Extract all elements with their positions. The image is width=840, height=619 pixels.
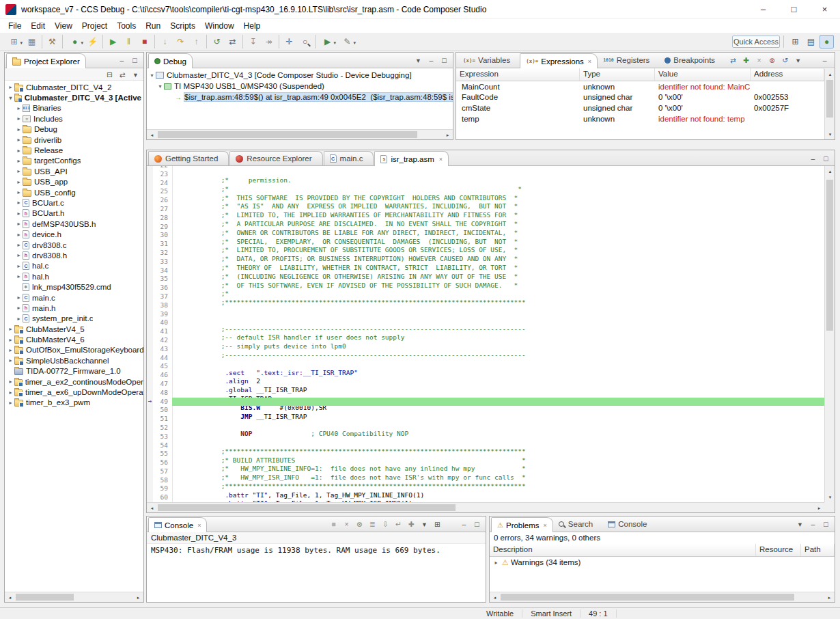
maximize-view-icon[interactable]: □ <box>832 55 835 66</box>
line-number[interactable]: 59 <box>153 484 172 493</box>
maximize-view-icon[interactable]: □ <box>820 152 832 164</box>
refresh-button[interactable]: ⇄ <box>225 35 240 49</box>
twistie-icon[interactable]: ▸ <box>15 221 23 227</box>
display-console-icon[interactable]: ▾ <box>419 519 430 530</box>
tree-item[interactable]: ▸ USB_API <box>5 166 143 176</box>
line-number[interactable]: 55 <box>153 450 172 458</box>
line-number[interactable]: 33 <box>153 258 172 266</box>
code-line[interactable]: 34 ;* OF THIS SOFTWARE, EVEN IF ADVISED … <box>147 266 824 275</box>
remove-all-launches-icon[interactable]: ⊗ <box>354 519 365 530</box>
tree-item[interactable]: ▸ driverlib <box>5 135 143 145</box>
add-expression-icon[interactable]: ✚ <box>740 55 752 66</box>
expressions-vscrollbar[interactable] <box>824 69 835 139</box>
resume-button[interactable]: ▶ <box>106 35 120 49</box>
scroll-right-arrow[interactable] <box>133 592 143 603</box>
show-types-icon[interactable]: ⇄ <box>727 55 739 66</box>
line-number[interactable]: 52 <box>153 424 172 432</box>
minimize-view-icon[interactable]: – <box>819 55 830 66</box>
line-number[interactable]: 30 <box>153 231 172 240</box>
minimize-view-icon[interactable]: – <box>425 55 437 66</box>
tree-item[interactable]: ▸ drv8308.h <box>5 250 143 260</box>
twistie-icon[interactable]: ▸ <box>7 84 14 90</box>
maximize-view-icon[interactable]: □ <box>129 55 141 66</box>
line-number[interactable]: 24 <box>153 179 172 188</box>
code-line[interactable]: 40 ;-- default ISR handler if user does … <box>147 318 824 327</box>
twistie-icon[interactable]: ▸ <box>492 560 500 566</box>
maximize-view-icon[interactable]: □ <box>471 519 483 530</box>
code-line[interactable]: 57 ;************************************… <box>147 467 824 476</box>
code-line[interactable]: → 49 JMP __TI_ISR_TRAP <box>147 398 824 407</box>
scroll-down-arrow[interactable] <box>825 492 835 502</box>
tree-item[interactable]: ▸ targetConfigs <box>5 156 143 166</box>
tree-item[interactable]: ▸ device.h <box>5 229 143 239</box>
tree-item[interactable]: ▸ Clubmaster_DITC_V4_2 <box>5 82 143 92</box>
column-resource[interactable]: Resource <box>756 544 801 556</box>
code-line[interactable]: 55 ;* HW_MPY_INLINE_INFO=1: file does no… <box>147 450 824 458</box>
open-console-icon[interactable]: ⊞ <box>432 519 443 530</box>
code-line[interactable]: 47 __TI_ISR_TRAP: <box>147 380 824 389</box>
close-view-icon[interactable]: × <box>588 58 591 65</box>
view-menu-icon[interactable]: ▾ <box>412 55 424 66</box>
tree-item[interactable]: ▸ Includes <box>5 113 143 124</box>
line-number[interactable]: 44 <box>153 354 172 363</box>
column-expression[interactable]: Expression <box>456 68 580 81</box>
save-button[interactable]: ▦ <box>25 35 39 49</box>
code-line[interactable]: 42 ;------------------------------------… <box>147 336 824 345</box>
tab-variables[interactable]: Variables <box>458 53 520 68</box>
tab-main-c[interactable]: main.c <box>324 151 374 165</box>
problems-hscrollbar[interactable] <box>490 592 835 602</box>
line-number[interactable]: 54 <box>153 441 172 450</box>
line-number[interactable]: 58 <box>153 476 172 485</box>
project-explorer-tab[interactable]: Project Explorer <box>6 53 86 68</box>
tab-console[interactable]: Console × <box>148 517 207 532</box>
code-line[interactable]: 33 ;* (INCLUDING NEGLIGENCE OR OTHERWISE… <box>147 258 824 266</box>
twistie-icon[interactable]: ▸ <box>7 389 14 396</box>
scroll-up-arrow[interactable] <box>825 69 835 79</box>
scroll-left-arrow[interactable] <box>490 592 500 603</box>
line-number[interactable]: 53 <box>153 432 172 441</box>
new-button[interactable]: ⊞ <box>5 35 23 49</box>
line-number[interactable]: 40 <box>153 318 172 327</box>
view-menu-icon[interactable]: ▾ <box>792 55 804 66</box>
twistie-icon[interactable]: ▸ <box>15 252 23 258</box>
tree-item[interactable]: ▸ timer_a_ex2_continousModeOperation <box>5 376 143 387</box>
code-line[interactable]: 58 .battr "TI", Tag_File, 1, Tag_HW_MPY_… <box>147 476 824 485</box>
scrollbar-thumb[interactable] <box>158 131 417 138</box>
tree-item[interactable]: ▸ USB_app <box>5 177 143 187</box>
tree-item[interactable]: ▸ BCUart.h <box>5 208 143 219</box>
tab-problems[interactable]: Problems × <box>491 517 553 532</box>
twistie-icon[interactable]: ▸ <box>15 232 23 238</box>
code-line[interactable]: 50 <box>147 406 824 415</box>
tree-item[interactable]: ▸ BCUart.c <box>5 197 143 208</box>
code-line[interactable]: 45 .align 2 <box>147 362 824 371</box>
code-line[interactable]: 38 <box>147 301 824 310</box>
asm-step-into-button[interactable]: ↧ <box>246 35 260 49</box>
code-line[interactable]: 44 .sect ".text:_isr:__TI_ISR_TRAP" <box>147 354 824 363</box>
minimize-view-icon[interactable]: – <box>807 152 819 164</box>
twistie-icon[interactable]: ▸ <box>15 210 23 217</box>
tree-item[interactable]: ▸ Debug <box>5 124 143 135</box>
twistie-icon[interactable]: ▸ <box>15 305 23 311</box>
code-line[interactable]: 56 ;* HW_MPY_ISR_INFO =1: file does not … <box>147 458 824 467</box>
minimize-view-icon[interactable]: – <box>458 519 470 530</box>
view-menu-icon[interactable]: ▾ <box>130 68 141 80</box>
line-number[interactable]: 31 <box>153 240 172 249</box>
scroll-lock-icon[interactable]: ⇩ <box>380 519 391 530</box>
debug-tree-row[interactable]: $isr_trap.asm:48:59$() at isr_trap.asm:4… <box>147 92 453 102</box>
scroll-right-arrow[interactable] <box>824 592 835 603</box>
line-number[interactable]: 34 <box>153 266 172 275</box>
tab-breakpoints[interactable]: Breakpoints <box>659 53 725 68</box>
code-editor[interactable]: 22 ;* permission. 23 ;* <box>147 166 835 512</box>
twistie-icon[interactable]: ▸ <box>15 148 23 154</box>
minimize-window-button[interactable]: – <box>748 0 779 18</box>
column-address[interactable]: Address <box>751 68 824 81</box>
close-window-button[interactable]: × <box>809 0 840 18</box>
twistie-icon[interactable]: ▸ <box>15 200 23 206</box>
tree-item[interactable]: ▾ Clubmaster_DITC_V4_3 [Active - Debug] <box>5 92 143 102</box>
scroll-left-arrow[interactable] <box>147 130 157 140</box>
clear-console-icon[interactable]: ≣ <box>367 519 378 530</box>
annotate-button[interactable]: ✎ <box>338 35 356 49</box>
menu-item[interactable]: Edit <box>26 20 50 32</box>
remove-all-expressions-icon[interactable]: ⊗ <box>766 55 778 66</box>
tree-item[interactable]: TIDA-00772_Firmware_1.0 <box>5 366 143 376</box>
